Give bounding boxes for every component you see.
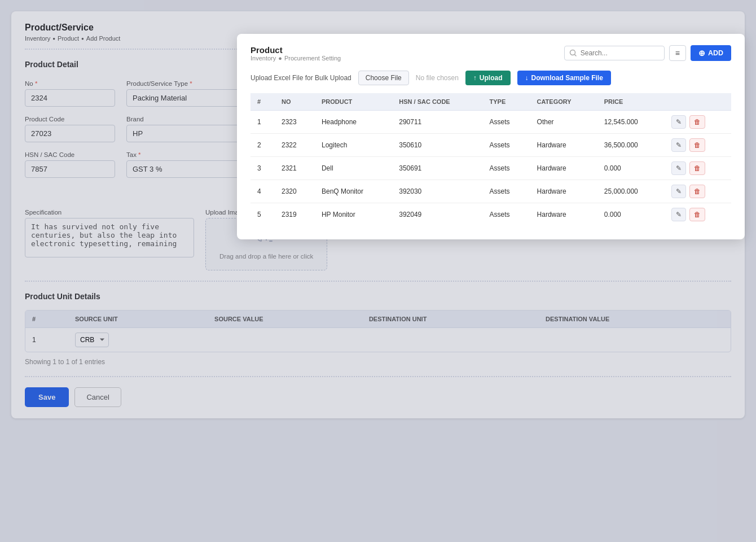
delete-button[interactable]: 🗑 (689, 115, 705, 129)
popup-bc-procurement: Procurement Setting (284, 55, 341, 62)
popup-row-type: Assets (483, 157, 530, 180)
delete-button[interactable]: 🗑 (689, 138, 705, 152)
popup-card: Product Inventory ● Procurement Setting … (237, 34, 745, 239)
popup-row-no: 2321 (275, 157, 315, 180)
popup-row-num: 1 (250, 111, 275, 134)
popup-col-type: TYPE (483, 93, 530, 111)
popup-col-actions (663, 93, 731, 111)
upload-button[interactable]: ↑ Upload (465, 71, 511, 85)
popup-row-num: 4 (250, 180, 275, 203)
popup-row-category: Hardware (530, 180, 597, 203)
popup-breadcrumb: Inventory ● Procurement Setting (250, 55, 341, 62)
popup-upload-label: Upload Excel File for Bulk Upload (250, 74, 351, 82)
popup-row-product: Dell (315, 157, 392, 180)
no-file-text: No file chosen (416, 74, 459, 82)
popup-row-no: 2323 (275, 111, 315, 134)
popup-row-type: Assets (483, 134, 530, 157)
upload-arrow-icon: ↑ (473, 74, 477, 82)
popup-header: Product Inventory ● Procurement Setting … (250, 45, 731, 62)
popup-row-product: HP Monitor (315, 203, 392, 226)
search-icon (569, 49, 577, 57)
popup-col-no: NO (275, 93, 315, 111)
delete-button[interactable]: 🗑 (689, 161, 705, 175)
add-button[interactable]: ⊕ ADD (691, 45, 731, 61)
popup-row-num: 2 (250, 134, 275, 157)
download-icon: ↓ (525, 74, 529, 82)
popup-row-price: 36,500.000 (597, 134, 664, 157)
popup-table-header-row: # NO PRODUCT HSN / SAC CODE TYPE CATEGOR… (250, 93, 731, 111)
popup-header-left: Product Inventory ● Procurement Setting (250, 45, 341, 62)
popup-row-actions: ✎ 🗑 (663, 157, 731, 180)
popup-col-num: # (250, 93, 275, 111)
popup-row-product: Logitech (315, 134, 392, 157)
popup-row-num: 3 (250, 157, 275, 180)
popup-row-num: 5 (250, 203, 275, 226)
popup-row-hsn: 290711 (392, 111, 482, 134)
popup-row-hsn: 350691 (392, 157, 482, 180)
popup-col-category: CATEGORY (530, 93, 597, 111)
popup-row-hsn: 350610 (392, 134, 482, 157)
popup-row-no: 2320 (275, 180, 315, 203)
popup-row-product: Headphone (315, 111, 392, 134)
popup-row-category: Hardware (530, 203, 597, 226)
popup-bc-inventory: Inventory (250, 55, 276, 62)
table-row: 5 2319 HP Monitor 392049 Assets Hardware… (250, 203, 731, 226)
popup-row-type: Assets (483, 111, 530, 134)
popup-row-no: 2319 (275, 203, 315, 226)
popup-col-product: PRODUCT (315, 93, 392, 111)
popup-overlay: Product Inventory ● Procurement Setting … (0, 0, 756, 439)
popup-row-category: Hardware (530, 157, 597, 180)
delete-button[interactable]: 🗑 (689, 208, 705, 221)
popup-row-type: Assets (483, 180, 530, 203)
filter-button[interactable]: ≡ (669, 45, 686, 61)
popup-row-actions: ✎ 🗑 (663, 180, 731, 203)
choose-file-button[interactable]: Choose File (358, 71, 409, 85)
download-sample-button[interactable]: ↓ Download Sample File (517, 71, 611, 85)
popup-col-price: PRICE (597, 93, 664, 111)
edit-button[interactable]: ✎ (671, 208, 686, 221)
popup-row-type: Assets (483, 203, 530, 226)
popup-row-category: Hardware (530, 134, 597, 157)
edit-button[interactable]: ✎ (671, 185, 686, 198)
edit-button[interactable]: ✎ (671, 138, 686, 152)
popup-row-price: 0.000 (597, 157, 664, 180)
popup-row-price: 0.000 (597, 203, 664, 226)
search-input[interactable] (581, 49, 660, 57)
popup-col-hsn: HSN / SAC CODE (392, 93, 482, 111)
popup-row-category: Other (530, 111, 597, 134)
edit-button[interactable]: ✎ (671, 161, 686, 175)
filter-icon: ≡ (675, 49, 680, 58)
popup-row-no: 2322 (275, 134, 315, 157)
table-row: 3 2321 Dell 350691 Assets Hardware 0.000… (250, 157, 731, 180)
download-btn-label: Download Sample File (531, 74, 603, 82)
table-row: 4 2320 BenQ Monitor 392030 Assets Hardwa… (250, 180, 731, 203)
upload-btn-label: Upload (480, 74, 503, 82)
popup-row-hsn: 392030 (392, 180, 482, 203)
popup-actions: ≡ ⊕ ADD (564, 45, 731, 61)
table-row: 2 2322 Logitech 350610 Assets Hardware 3… (250, 134, 731, 157)
popup-row-actions: ✎ 🗑 (663, 203, 731, 226)
popup-table-wrap: # NO PRODUCT HSN / SAC CODE TYPE CATEGOR… (250, 93, 731, 226)
add-label: ADD (708, 49, 723, 57)
popup-table: # NO PRODUCT HSN / SAC CODE TYPE CATEGOR… (250, 93, 731, 226)
popup-bc-dot: ● (278, 55, 282, 62)
delete-button[interactable]: 🗑 (689, 185, 705, 198)
popup-title: Product (250, 45, 341, 55)
popup-row-hsn: 392049 (392, 203, 482, 226)
popup-row-actions: ✎ 🗑 (663, 134, 731, 157)
table-row: 1 2323 Headphone 290711 Assets Other 12,… (250, 111, 731, 134)
popup-upload-row: Upload Excel File for Bulk Upload Choose… (250, 71, 731, 85)
search-box (564, 46, 665, 60)
plus-icon: ⊕ (698, 49, 705, 58)
edit-button[interactable]: ✎ (671, 115, 686, 129)
popup-row-price: 25,000.000 (597, 180, 664, 203)
popup-row-product: BenQ Monitor (315, 180, 392, 203)
popup-row-price: 12,545.000 (597, 111, 664, 134)
popup-row-actions: ✎ 🗑 (663, 111, 731, 134)
